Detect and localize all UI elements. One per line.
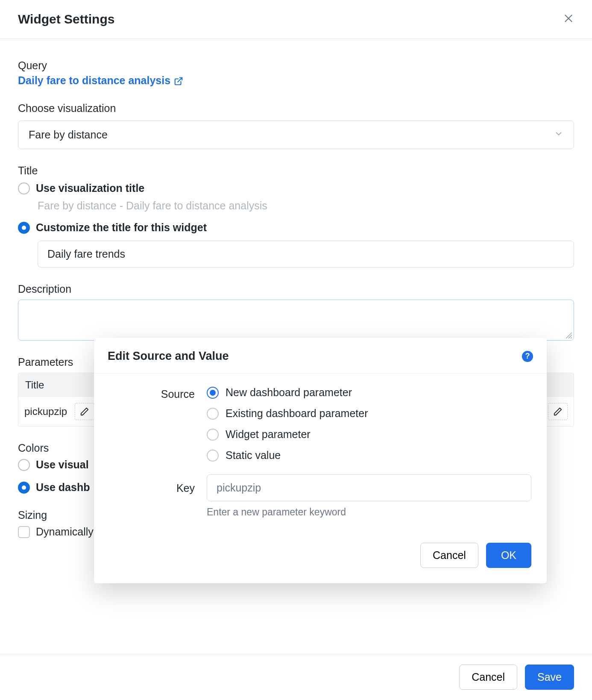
radio-label: Widget parameter — [226, 428, 311, 441]
radio-label-viz-colors: Use visual — [36, 459, 89, 471]
viz-title-preview: Fare by distance - Daily fare to distanc… — [38, 200, 574, 212]
radio-use-viz-title[interactable]: Use visualization title — [18, 182, 574, 194]
key-label: Key — [109, 474, 195, 518]
radio-widget-parameter[interactable]: Widget parameter — [207, 428, 531, 441]
radio-label-customize: Customize the title for this widget — [36, 221, 207, 234]
svg-line-2 — [178, 77, 182, 82]
radio-indicator — [207, 387, 219, 399]
radio-indicator — [18, 459, 30, 471]
parameter-edit-button-right[interactable] — [548, 403, 568, 420]
query-link-text: Daily fare to distance analysis — [18, 74, 170, 87]
description-textarea[interactable] — [18, 300, 574, 341]
modal-ok-button[interactable]: OK — [486, 543, 531, 568]
chevron-down-icon — [554, 129, 563, 141]
help-icon[interactable]: ? — [522, 351, 533, 362]
modal-body: Source New dashboard parameter Existing … — [94, 374, 547, 535]
radio-label-use-viz: Use visualization title — [36, 182, 144, 194]
widget-settings-dialog: Widget Settings Query Daily fare to dist… — [0, 0, 592, 700]
radio-customize-title[interactable]: Customize the title for this widget — [18, 221, 574, 234]
radio-label-dash-colors: Use dashb — [36, 481, 90, 494]
pencil-icon — [553, 407, 563, 416]
visualization-select[interactable]: Fare by distance — [18, 121, 574, 149]
save-button[interactable]: Save — [525, 665, 574, 690]
radio-indicator — [207, 429, 219, 441]
modal-title: Edit Source and Value — [108, 350, 229, 363]
query-link[interactable]: Daily fare to distance analysis — [18, 74, 183, 87]
visualization-label: Choose visualization — [18, 102, 574, 115]
title-label: Title — [18, 165, 574, 177]
key-help-text: Enter a new parameter keyword — [207, 506, 531, 518]
close-button[interactable] — [563, 13, 574, 26]
radio-indicator — [18, 482, 30, 494]
radio-label: Static value — [226, 449, 281, 462]
radio-indicator — [18, 182, 30, 194]
resize-handle-icon — [566, 332, 572, 338]
modal-footer: Cancel OK — [94, 535, 547, 583]
dialog-header: Widget Settings — [0, 0, 592, 39]
dialog-title: Widget Settings — [18, 12, 114, 26]
cancel-button[interactable]: Cancel — [459, 665, 517, 690]
query-label: Query — [18, 59, 574, 72]
source-row: Source New dashboard parameter Existing … — [109, 386, 531, 462]
modal-header: Edit Source and Value ? — [94, 338, 547, 374]
parameter-edit-button[interactable] — [75, 403, 94, 420]
close-icon — [563, 13, 574, 24]
visualization-section: Choose visualization Fare by distance — [18, 102, 574, 149]
query-section: Query Daily fare to distance analysis — [18, 59, 574, 87]
radio-new-dashboard-parameter[interactable]: New dashboard parameter — [207, 386, 531, 399]
visualization-selected-value: Fare by distance — [29, 129, 108, 141]
parameter-name: pickupzip — [24, 406, 67, 418]
radio-indicator — [18, 222, 30, 234]
key-input[interactable] — [207, 474, 531, 501]
radio-label: Existing dashboard parameter — [226, 407, 368, 420]
title-section: Title Use visualization title Fare by di… — [18, 165, 574, 268]
key-row: Key Enter a new parameter keyword — [109, 474, 531, 518]
source-options: New dashboard parameter Existing dashboa… — [207, 386, 531, 462]
edit-source-value-modal: Edit Source and Value ? Source New dashb… — [94, 338, 547, 583]
description-section: Description — [18, 283, 574, 341]
radio-indicator — [207, 450, 219, 462]
source-label: Source — [109, 386, 195, 462]
radio-indicator — [207, 408, 219, 420]
custom-title-input[interactable] — [38, 241, 574, 268]
radio-existing-dashboard-parameter[interactable]: Existing dashboard parameter — [207, 407, 531, 420]
description-label: Description — [18, 283, 574, 295]
radio-label: New dashboard parameter — [226, 386, 352, 399]
radio-static-value[interactable]: Static value — [207, 449, 531, 462]
modal-cancel-button[interactable]: Cancel — [420, 543, 478, 568]
external-link-icon — [174, 76, 183, 85]
pencil-icon — [80, 407, 89, 416]
dialog-footer: Cancel Save — [0, 654, 592, 700]
checkbox-indicator — [18, 526, 30, 538]
